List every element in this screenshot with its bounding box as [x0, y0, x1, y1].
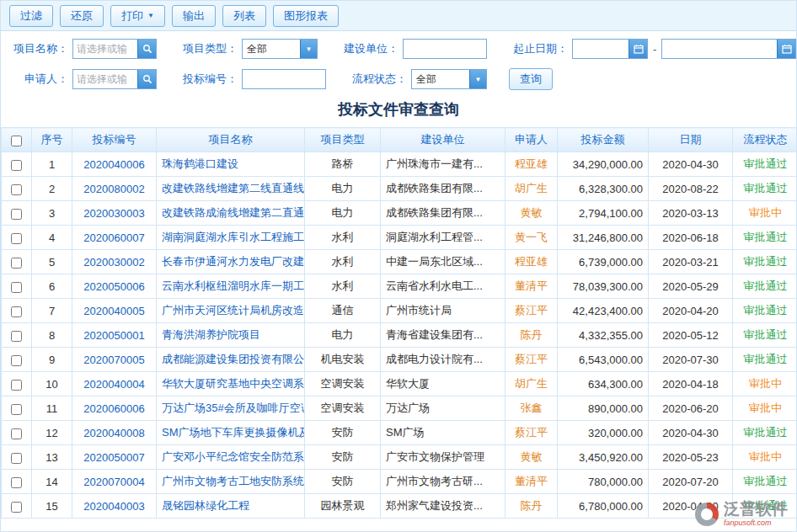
column-header-applicant[interactable]: 申请人: [505, 128, 558, 152]
table-row: 112020060006万达广场35#会所及咖啡厅空调空调安装万达广场张鑫890…: [2, 396, 797, 421]
applicant-cell: 张鑫: [505, 396, 558, 421]
column-header-flow-status[interactable]: 流程状态: [733, 128, 797, 152]
applicant-cell: 黄敏: [505, 201, 558, 226]
table-row: 102020040004华软大厦研究基地中央空调系统空调安装华软大厦胡广生634…: [2, 372, 797, 396]
amount-cell: 34,290,000.00: [558, 152, 649, 177]
search-icon[interactable]: [137, 70, 156, 88]
project-name-link[interactable]: 珠海鹤港口建设: [157, 152, 305, 177]
query-button[interactable]: 查询: [509, 68, 553, 90]
project-type-select[interactable]: 全部 ▼: [242, 39, 318, 59]
status-cell: 审批通过: [733, 348, 797, 372]
status-cell: 审批通过: [733, 494, 797, 519]
row-checkbox[interactable]: [11, 453, 22, 464]
bid-number-link[interactable]: 2020040004: [72, 372, 157, 396]
flow-status-select[interactable]: 全部 ▼: [411, 69, 487, 89]
construction-unit-input[interactable]: [403, 39, 487, 59]
row-checkbox[interactable]: [11, 209, 22, 220]
row-checkbox[interactable]: [11, 233, 22, 244]
applicant-cell: 蔡江平: [505, 348, 558, 372]
project-name-link[interactable]: SM广场地下车库更换摄像机及: [157, 421, 305, 445]
project-type-cell: 机电安装: [305, 348, 381, 372]
search-icon[interactable]: [137, 40, 156, 58]
row-checkbox[interactable]: [11, 331, 22, 342]
row-checkbox[interactable]: [11, 355, 22, 366]
construction-unit-cell: 广州珠海市一建有...: [381, 152, 505, 177]
status-cell: 审批中: [733, 201, 797, 226]
project-name-link[interactable]: 长春市伊通河水力发电厂改建工程: [157, 250, 305, 274]
restore-button[interactable]: 还原: [60, 5, 104, 27]
bid-number-link[interactable]: 2020060006: [72, 396, 157, 421]
bid-number-link[interactable]: 2020040008: [72, 421, 157, 445]
column-header-bid-amount[interactable]: 投标金额: [558, 128, 649, 152]
export-button[interactable]: 输出: [172, 5, 216, 27]
project-name-link[interactable]: 湖南洞庭湖水库引水工程施工监理: [157, 226, 305, 250]
project-name-link[interactable]: 广州市天河区统计局机房改造项目: [157, 299, 305, 323]
date-cell: 2020-05-23: [649, 445, 733, 470]
applicant-cell: 董清平: [505, 470, 558, 494]
project-name-link[interactable]: 改建铁路线增建第二线直通线: [157, 177, 305, 201]
project-name-link[interactable]: 云南水利枢纽溜明水库一期工程: [157, 274, 305, 299]
date-cell: 2020-07-20: [649, 470, 733, 494]
row-checkbox[interactable]: [11, 258, 22, 269]
project-name-link[interactable]: 成都能源建设集团投资有限公司: [157, 348, 305, 372]
project-name-input[interactable]: [73, 40, 137, 58]
bid-number-link[interactable]: 2020070004: [72, 470, 157, 494]
column-header-project-type[interactable]: 项目类型: [305, 128, 381, 152]
bid-number-link[interactable]: 2020060007: [72, 226, 157, 250]
bid-number-link[interactable]: 2020040006: [72, 152, 157, 177]
column-header-date[interactable]: 日期: [649, 128, 733, 152]
row-checkbox[interactable]: [11, 282, 22, 293]
row-checkbox-cell: [2, 348, 32, 372]
project-name-link[interactable]: 晟铭园林绿化工程: [157, 494, 305, 519]
calendar-icon[interactable]: [777, 40, 795, 58]
column-header-bid-number[interactable]: 投标编号: [72, 128, 157, 152]
row-checkbox[interactable]: [11, 477, 22, 488]
project-type-cell: 空调安装: [305, 396, 381, 421]
amount-cell: 6,328,300.00: [558, 177, 649, 201]
column-header-construction-unit[interactable]: 建设单位: [381, 128, 505, 152]
start-date-input[interactable]: [573, 40, 629, 58]
column-header-seq[interactable]: 序号: [32, 128, 72, 152]
project-name-link[interactable]: 改建铁路成渝线增建第二直通线: [157, 201, 305, 226]
project-type-cell: 安防: [305, 445, 381, 470]
row-checkbox[interactable]: [11, 502, 22, 513]
row-checkbox[interactable]: [11, 160, 22, 171]
bid-number-link[interactable]: 2020080002: [72, 177, 157, 201]
project-type-cell: 电力: [305, 201, 381, 226]
graph-report-button[interactable]: 图形报表: [273, 5, 339, 27]
column-header-project-name[interactable]: 项目名称: [157, 128, 305, 152]
project-name-link[interactable]: 华软大厦研究基地中央空调系统: [157, 372, 305, 396]
bid-number-input[interactable]: [242, 69, 326, 89]
project-name-link[interactable]: 广安邓小平纪念馆安全防范系统: [157, 445, 305, 470]
row-checkbox[interactable]: [11, 306, 22, 317]
calendar-icon[interactable]: [629, 40, 647, 58]
bid-number-link[interactable]: 2020050007: [72, 445, 157, 470]
project-name-link[interactable]: 青海洪湖养护院项目: [157, 323, 305, 348]
project-name-link[interactable]: 广州市文物考古工地安防系统改: [157, 470, 305, 494]
filter-button[interactable]: 过滤: [9, 5, 53, 27]
row-checkbox[interactable]: [11, 404, 22, 415]
bid-number-link[interactable]: 2020040005: [72, 299, 157, 323]
end-date-input[interactable]: [662, 40, 777, 58]
status-cell: 审批通过: [733, 152, 797, 177]
project-type-cell: 安防: [305, 470, 381, 494]
row-checkbox-cell: [2, 494, 32, 519]
row-checkbox[interactable]: [11, 380, 22, 391]
bid-number-link[interactable]: 2020040003: [72, 494, 157, 519]
list-view-button[interactable]: 列表: [222, 5, 266, 27]
row-checkbox[interactable]: [11, 184, 22, 195]
bid-number-link[interactable]: 2020050006: [72, 274, 157, 299]
print-button[interactable]: 打印 ▼: [110, 5, 165, 27]
select-all-checkbox[interactable]: [11, 136, 22, 146]
bid-number-link[interactable]: 2020030003: [72, 201, 157, 226]
date-cell: 2020-03-21: [649, 250, 733, 274]
applicant-input[interactable]: [73, 70, 137, 88]
bid-number-link[interactable]: 2020030002: [72, 250, 157, 274]
bid-number-link[interactable]: 2020050001: [72, 323, 157, 348]
row-checkbox-cell: [2, 396, 32, 421]
applicant-cell: 陈丹: [505, 494, 558, 519]
bid-number-link[interactable]: 2020070005: [72, 348, 157, 372]
project-name-link[interactable]: 万达广场35#会所及咖啡厅空调: [157, 396, 305, 421]
row-checkbox[interactable]: [11, 428, 22, 439]
construction-unit-label: 建设单位：: [340, 41, 398, 56]
